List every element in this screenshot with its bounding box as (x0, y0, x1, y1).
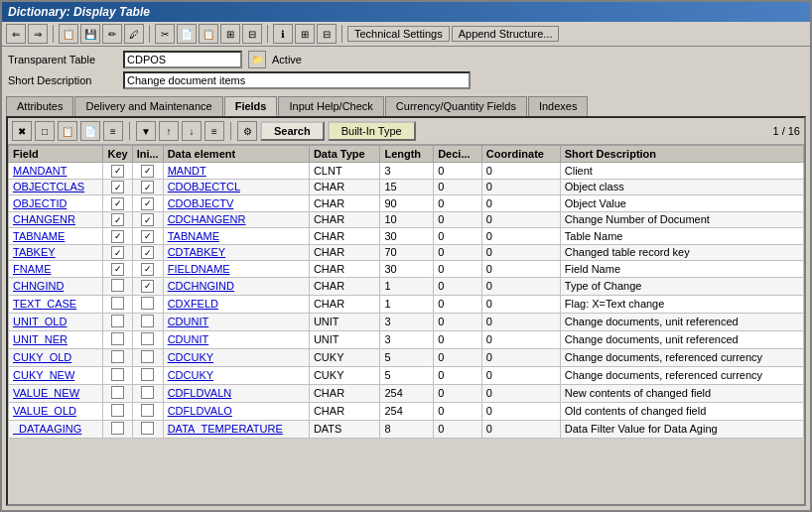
field-link[interactable]: UNIT_OLD (13, 316, 67, 327)
ini-checkbox[interactable] (141, 280, 154, 293)
field-link[interactable]: VALUE_NEW (13, 387, 79, 399)
data-element-link[interactable]: CDXFELD (168, 298, 218, 310)
ini-checkbox[interactable] (141, 263, 154, 276)
tab-input-help[interactable]: Input Help/Check (278, 96, 383, 116)
info-btn[interactable]: ℹ (273, 24, 293, 44)
ini-checkbox[interactable] (141, 315, 154, 327)
copy-btn[interactable]: 📋 (59, 24, 78, 44)
save-btn[interactable]: 💾 (80, 24, 100, 44)
select-all-btn[interactable]: ≡ (103, 121, 123, 141)
field-link[interactable]: _DATAAGING (13, 423, 81, 435)
key-checkbox[interactable] (111, 297, 124, 310)
tab-fields[interactable]: Fields (224, 96, 278, 116)
tab-delivery[interactable]: Delivery and Maintenance (74, 96, 222, 116)
key-checkbox[interactable] (111, 263, 124, 276)
chart-btn[interactable]: ⊞ (295, 24, 315, 44)
data-element-link[interactable]: CDCHNGIND (168, 280, 234, 292)
copy2-btn[interactable]: 📋 (199, 24, 218, 44)
paste-row-btn[interactable]: 📄 (80, 121, 100, 141)
field-link[interactable]: OBJECTID (13, 197, 67, 209)
copy-row-btn[interactable]: 📋 (58, 121, 77, 141)
table-btn[interactable]: ⊞ (220, 24, 240, 44)
key-checkbox[interactable] (111, 422, 124, 435)
tab-attributes[interactable]: Attributes (6, 96, 73, 116)
key-checkbox[interactable] (111, 165, 124, 178)
data-element-link[interactable]: CDCUKY (168, 351, 213, 363)
forward-btn[interactable]: ⇒ (28, 24, 48, 44)
data-element-link[interactable]: DATA_TEMPERATURE (168, 423, 283, 435)
key-checkbox[interactable] (111, 386, 124, 399)
desc-input[interactable] (123, 71, 471, 89)
field-link[interactable]: TABNAME (13, 230, 65, 242)
key-checkbox[interactable] (111, 279, 124, 292)
ini-checkbox[interactable] (141, 422, 154, 435)
edit-btn[interactable]: ✏ (102, 24, 122, 44)
key-checkbox[interactable] (111, 230, 124, 243)
field-link[interactable]: TEXT_CASE (13, 298, 76, 310)
key-checkbox[interactable] (111, 315, 124, 327)
ini-checkbox[interactable] (141, 386, 154, 399)
filter-btn[interactable]: ▼ (136, 121, 156, 141)
sort-desc-btn[interactable]: ↓ (182, 121, 202, 141)
key-checkbox[interactable] (111, 350, 124, 363)
ini-checkbox[interactable] (141, 246, 154, 259)
field-link[interactable]: CHNGIND (13, 280, 64, 292)
data-element-link[interactable]: TABNAME (168, 230, 219, 242)
field-link[interactable]: MANDANT (13, 165, 67, 177)
tab-indexes[interactable]: Indexes (528, 96, 589, 116)
key-checkbox[interactable] (111, 332, 124, 345)
list-btn[interactable]: ⊟ (317, 24, 337, 44)
data-element-link[interactable]: CDFLDVALN (168, 387, 232, 399)
field-link[interactable]: VALUE_OLD (13, 405, 76, 417)
field-link[interactable]: CHANGENR (13, 213, 75, 225)
data-element-link[interactable]: CDUNIT (168, 316, 209, 327)
ini-checkbox[interactable] (141, 230, 154, 243)
data-element-link[interactable]: CDUNIT (168, 333, 209, 345)
data-element-link[interactable]: CDCUKY (168, 369, 213, 381)
field-link[interactable]: TABKEY (13, 246, 56, 258)
key-checkbox[interactable] (111, 368, 124, 381)
ini-checkbox[interactable] (141, 297, 154, 310)
append-structure-btn[interactable]: Append Structure... (452, 26, 560, 42)
field-link[interactable]: UNIT_NER (13, 333, 68, 345)
folder-btn[interactable]: 📁 (248, 51, 266, 68)
table-input[interactable] (123, 51, 242, 68)
field-link[interactable]: OBJECTCLAS (13, 181, 84, 192)
key-checkbox[interactable] (111, 246, 124, 259)
grid-btn[interactable]: ⊟ (242, 24, 262, 44)
pencil-btn[interactable]: 🖊 (124, 24, 144, 44)
data-element-link[interactable]: MANDT (168, 165, 206, 177)
ini-checkbox[interactable] (141, 332, 154, 345)
cut-btn[interactable]: ✂ (155, 24, 175, 44)
field-link[interactable]: CUKY_OLD (13, 351, 71, 363)
tab-currency[interactable]: Currency/Quantity Fields (385, 96, 527, 116)
delete-row-btn[interactable]: ✖ (12, 121, 32, 141)
data-element-link[interactable]: CDOBJECTCL (168, 181, 240, 192)
config-btn[interactable]: ⚙ (237, 121, 257, 141)
data-element-link[interactable]: CDTABKEY (168, 246, 225, 258)
data-element-link[interactable]: CDCHANGENR (168, 213, 246, 225)
data-element-link[interactable]: FIELDNAME (168, 263, 230, 275)
add-row-btn[interactable]: □ (35, 121, 55, 141)
ini-checkbox[interactable] (141, 404, 154, 417)
paste-btn[interactable]: 📄 (177, 24, 197, 44)
key-checkbox[interactable] (111, 213, 124, 226)
ini-checkbox[interactable] (141, 165, 154, 178)
field-link[interactable]: CUKY_NEW (13, 369, 74, 381)
data-element-link[interactable]: CDFLDVALO (168, 405, 232, 417)
ini-checkbox[interactable] (141, 213, 154, 226)
technical-settings-btn[interactable]: Technical Settings (347, 26, 450, 42)
data-element-link[interactable]: CDOBJECTV (168, 197, 234, 209)
ini-checkbox[interactable] (141, 350, 154, 363)
ini-checkbox[interactable] (141, 197, 154, 210)
search-button[interactable]: Search (260, 121, 325, 141)
col-sort-btn[interactable]: ≡ (204, 121, 224, 141)
key-checkbox[interactable] (111, 181, 124, 193)
ini-checkbox[interactable] (141, 368, 154, 381)
ini-checkbox[interactable] (141, 181, 154, 193)
key-checkbox[interactable] (111, 197, 124, 210)
sort-asc-btn[interactable]: ↑ (159, 121, 179, 141)
field-link[interactable]: FNAME (13, 263, 52, 275)
key-checkbox[interactable] (111, 404, 124, 417)
back-btn[interactable]: ⇐ (6, 24, 26, 44)
